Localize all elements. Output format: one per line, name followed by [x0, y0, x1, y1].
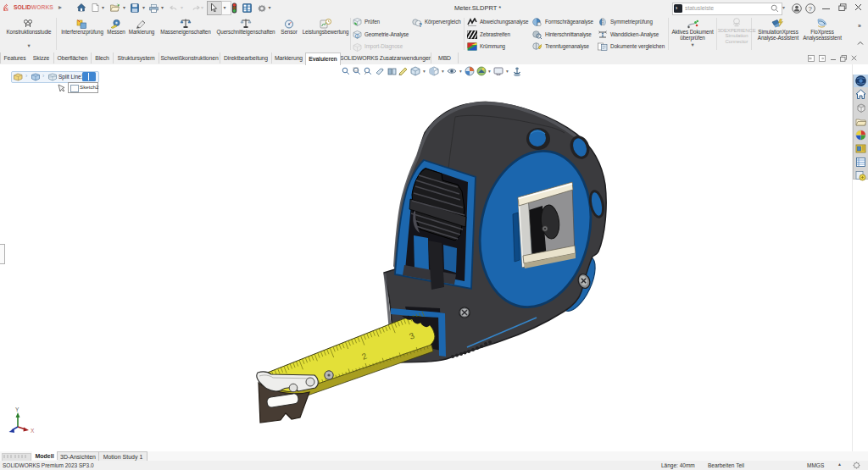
svg-text:?: ? [809, 4, 813, 12]
svg-text:X: X [31, 428, 35, 434]
svg-text:s: s [6, 4, 9, 13]
svg-text:?: ? [419, 21, 422, 26]
svg-text:Y: Y [15, 406, 19, 412]
